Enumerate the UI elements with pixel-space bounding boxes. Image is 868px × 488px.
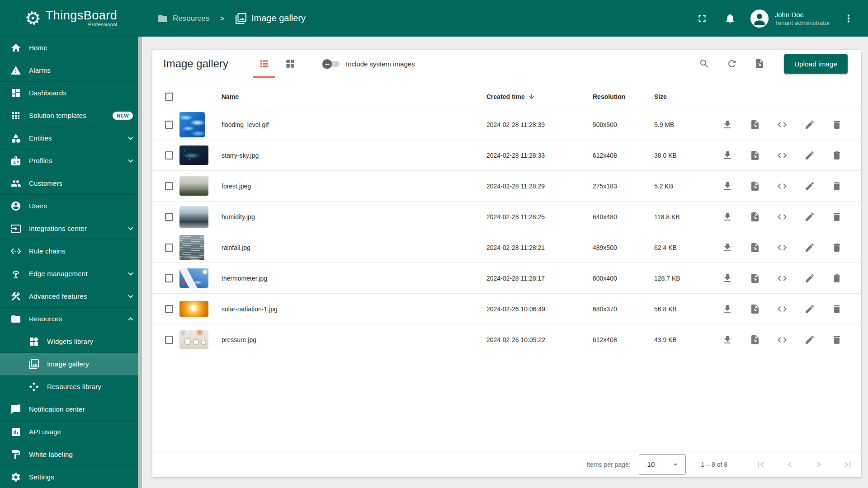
download-button[interactable]: [722, 304, 733, 314]
delete-button[interactable]: [831, 273, 842, 284]
row-checkbox[interactable]: [165, 274, 173, 282]
table-row[interactable]: solar-radiation-1.jpg 2024-02-26 10:06:4…: [152, 294, 861, 324]
edit-button[interactable]: [804, 242, 815, 253]
column-header-name[interactable]: Name: [218, 93, 486, 100]
delete-button[interactable]: [831, 119, 842, 130]
delete-button[interactable]: [831, 242, 842, 253]
import-image-button[interactable]: [754, 58, 765, 69]
breadcrumb-parent[interactable]: Resources: [173, 14, 209, 23]
download-button[interactable]: [722, 181, 733, 192]
table-row[interactable]: forest.jpeg 2024-02-28 11:28:29 275x183 …: [152, 171, 861, 202]
sidebar-item-settings[interactable]: Settings: [0, 466, 142, 488]
embed-button[interactable]: [777, 211, 788, 222]
edit-button[interactable]: [804, 150, 815, 161]
avatar[interactable]: [750, 9, 769, 28]
sidebar-item-edge-management[interactable]: Edge management: [0, 263, 142, 285]
fullscreen-button[interactable]: [696, 13, 708, 24]
sidebar-item-entities[interactable]: Entities: [0, 127, 142, 150]
delete-button[interactable]: [831, 334, 842, 345]
user-info[interactable]: John Doe Tenant administrator: [775, 10, 830, 26]
export-button[interactable]: [750, 150, 760, 161]
search-button[interactable]: [699, 58, 710, 69]
export-button[interactable]: [750, 273, 760, 284]
more-menu-button[interactable]: [843, 13, 854, 24]
embed-button[interactable]: [777, 304, 788, 314]
delete-button[interactable]: [831, 150, 842, 161]
previous-page-button[interactable]: [781, 455, 799, 474]
sidebar-item-widgets-library[interactable]: Widgets library: [0, 330, 142, 353]
export-button[interactable]: [750, 181, 760, 192]
embed-button[interactable]: [777, 273, 788, 284]
export-button[interactable]: [750, 211, 760, 222]
edit-button[interactable]: [804, 119, 815, 130]
row-checkbox[interactable]: [165, 182, 173, 190]
edit-button[interactable]: [804, 304, 815, 314]
column-header-resolution[interactable]: Resolution: [593, 93, 654, 100]
row-checkbox[interactable]: [165, 213, 173, 221]
sidebar-item-home[interactable]: Home: [0, 37, 142, 59]
brand-logo[interactable]: ⚙ ThingsBoard Professional: [0, 0, 142, 37]
delete-button[interactable]: [831, 181, 842, 192]
delete-button[interactable]: [831, 304, 842, 314]
row-checkbox[interactable]: [165, 244, 173, 252]
sidebar-scrollbar[interactable]: [138, 37, 142, 488]
edit-button[interactable]: [804, 334, 815, 345]
select-all-checkbox[interactable]: [165, 93, 173, 101]
sidebar-item-dashboards[interactable]: Dashboards: [0, 82, 142, 104]
table-row[interactable]: thermometer.jpg 2024-02-28 11:28:17 600x…: [152, 263, 861, 294]
download-button[interactable]: [722, 273, 733, 284]
row-checkbox[interactable]: [165, 336, 173, 344]
sidebar-item-resources[interactable]: Resources: [0, 308, 142, 330]
row-checkbox[interactable]: [165, 151, 173, 160]
table-row[interactable]: flooding_level.gif 2024-02-28 11:28:39 5…: [152, 109, 861, 140]
sidebar-item-white-labeling[interactable]: White labeling: [0, 443, 142, 466]
edit-button[interactable]: [804, 181, 815, 192]
upload-image-button[interactable]: Upload image: [784, 54, 848, 74]
edit-button[interactable]: [804, 273, 815, 284]
row-checkbox[interactable]: [165, 305, 173, 313]
sidebar-item-notification-center[interactable]: Notification center: [0, 398, 142, 421]
page-size-select[interactable]: 10: [639, 454, 686, 475]
download-button[interactable]: [722, 211, 733, 222]
export-button[interactable]: [750, 242, 760, 253]
table-row[interactable]: humidity.jpg 2024-02-28 11:28:25 640x480…: [152, 202, 861, 232]
download-button[interactable]: [722, 150, 733, 161]
table-row[interactable]: pressure.jpg 2024-02-26 10:05:22 612x408…: [152, 324, 861, 355]
sidebar-item-resources-library[interactable]: Resources library: [0, 375, 142, 398]
export-button[interactable]: [750, 334, 760, 345]
embed-button[interactable]: [777, 119, 788, 130]
sidebar-item-image-gallery[interactable]: Image gallery: [0, 353, 142, 375]
sidebar-item-profiles[interactable]: Profiles: [0, 150, 142, 172]
sidebar-item-advanced-features[interactable]: Advanced features: [0, 285, 142, 308]
include-system-images-toggle[interactable]: Include system images: [323, 59, 415, 68]
embed-button[interactable]: [777, 334, 788, 345]
column-header-size[interactable]: Size: [654, 93, 717, 100]
column-header-created-time[interactable]: Created time: [486, 93, 593, 100]
download-button[interactable]: [722, 242, 733, 253]
embed-button[interactable]: [777, 150, 788, 161]
next-page-button[interactable]: [810, 455, 828, 474]
export-button[interactable]: [750, 304, 760, 314]
notifications-button[interactable]: [724, 13, 736, 24]
first-page-button[interactable]: [752, 455, 770, 474]
list-view-tab[interactable]: [251, 50, 277, 78]
download-button[interactable]: [722, 119, 733, 130]
export-button[interactable]: [750, 119, 760, 130]
sidebar-item-alarms[interactable]: Alarms: [0, 59, 142, 82]
edit-button[interactable]: [804, 211, 815, 222]
sidebar-item-solution-templates[interactable]: Solution templates NEW: [0, 104, 142, 127]
sidebar-item-users[interactable]: Users: [0, 195, 142, 217]
download-button[interactable]: [722, 334, 733, 345]
refresh-button[interactable]: [726, 58, 737, 69]
sidebar-item-integrations-center[interactable]: Integrations center: [0, 217, 142, 240]
embed-button[interactable]: [777, 181, 788, 192]
sidebar-item-customers[interactable]: Customers: [0, 172, 142, 195]
sidebar-item-api-usage[interactable]: API usage: [0, 421, 142, 443]
last-page-button[interactable]: [839, 455, 857, 474]
table-row[interactable]: rainfall.jpg 2024-02-28 11:28:21 489x500…: [152, 232, 861, 263]
delete-button[interactable]: [831, 211, 842, 222]
table-row[interactable]: starry-sky.jpg 2024-02-28 11:28:33 612x4…: [152, 140, 861, 171]
row-checkbox[interactable]: [165, 121, 173, 129]
embed-button[interactable]: [777, 242, 788, 253]
sidebar-item-rule-chains[interactable]: Rule chains: [0, 240, 142, 263]
